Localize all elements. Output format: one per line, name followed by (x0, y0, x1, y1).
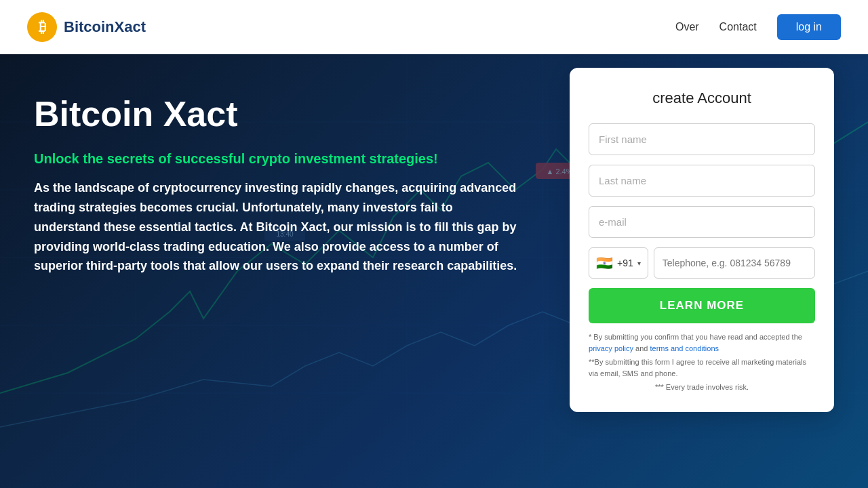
disclaimer-text-1: * By submitting you confirm that you hav… (589, 333, 802, 341)
disclaimer-text-3: *** Every trade involves risk. (655, 383, 749, 391)
nav-over[interactable]: Over (675, 21, 699, 33)
nav-contact[interactable]: Contact (719, 21, 757, 33)
logo[interactable]: ₿ BitcoinXact (27, 12, 146, 42)
phone-code: +91 (617, 258, 633, 268)
chevron-down-icon: ▾ (637, 260, 641, 267)
terms-link[interactable]: terms and conditions (650, 344, 719, 352)
hero-body: As the landscape of cryptocurrency inves… (34, 178, 522, 276)
hero-content: Bitcoin Xact Unlock the secrets of succe… (0, 54, 556, 317)
disclaimer-text-2: **By submitting this form I agree to rec… (589, 358, 806, 378)
disclaimer-and: and (633, 344, 650, 352)
learn-more-button[interactable]: LEARN MORE (589, 288, 815, 323)
privacy-policy-link[interactable]: privacy policy (589, 344, 633, 352)
form-title: create Account (589, 89, 815, 107)
login-button[interactable]: log in (777, 14, 841, 40)
country-selector[interactable]: 🇮🇳 +91 ▾ (589, 247, 648, 279)
email-input[interactable] (589, 206, 815, 238)
hero-subtitle: Unlock the secrets of successful crypto … (34, 150, 522, 167)
navbar: ₿ BitcoinXact Over Contact log in (0, 0, 868, 54)
registration-form: create Account 🇮🇳 +91 ▾ LEARN MORE * By … (570, 68, 834, 412)
last-name-input[interactable] (589, 165, 815, 197)
disclaimer: * By submitting you confirm that you hav… (589, 331, 815, 393)
logo-text: BitcoinXact (64, 18, 146, 36)
phone-row: 🇮🇳 +91 ▾ (589, 247, 815, 279)
phone-input[interactable] (654, 247, 815, 279)
flag-icon: 🇮🇳 (596, 255, 613, 271)
hero-title: Bitcoin Xact (34, 95, 522, 134)
hero-section: ▲ 2.4% 13:40 Bitcoin Xact Unlock the sec… (0, 54, 868, 488)
bitcoin-logo-icon: ₿ (27, 12, 57, 42)
svg-text:₿: ₿ (39, 18, 46, 35)
nav-links: Over Contact log in (675, 14, 841, 40)
first-name-input[interactable] (589, 123, 815, 155)
